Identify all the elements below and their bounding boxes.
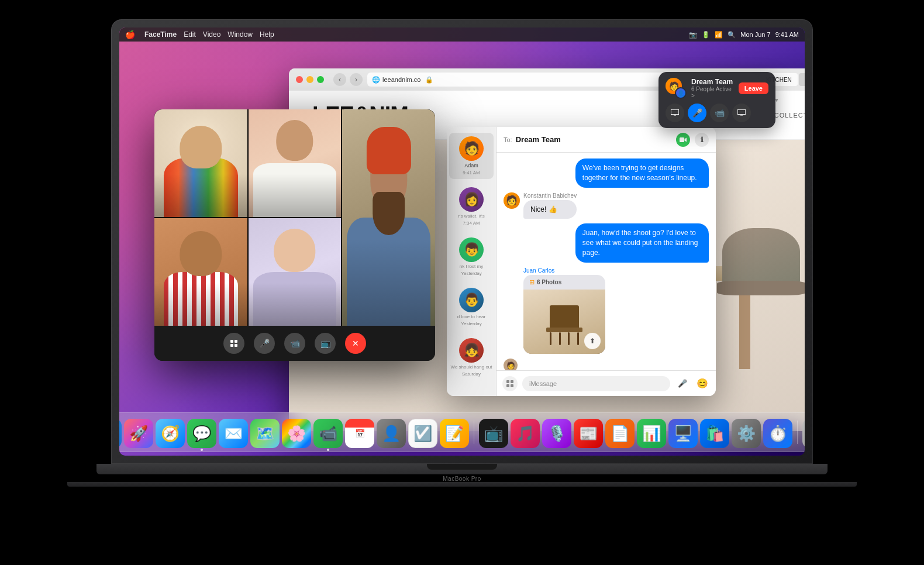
audio-button[interactable]: 🎤 <box>675 376 690 391</box>
dock-app-keynote[interactable]: 🖥️ <box>668 419 698 448</box>
maximize-button[interactable] <box>317 76 324 83</box>
menu-edit[interactable]: Edit <box>184 30 196 39</box>
menu-help[interactable]: Help <box>260 30 274 39</box>
screen-bezel: 🍎 FaceTime Edit Video Window Help 📷 🔋 📶 … <box>119 27 805 456</box>
dock-app-notes[interactable]: 📝 <box>440 419 469 448</box>
maps-icon: 🗺️ <box>256 425 274 443</box>
contact-5[interactable]: 👧 We should hang out Saturday <box>449 335 494 380</box>
dock-app-messages[interactable]: 💬 <box>187 419 216 448</box>
svg-rect-7 <box>506 384 509 387</box>
dock-app-contacts[interactable]: 👤 <box>377 419 406 448</box>
close-button[interactable] <box>296 76 303 83</box>
popup-title-area: Dream Team 6 People Active > <box>691 78 734 99</box>
contact-adam[interactable]: 🧑 Adam 9:41 AM <box>449 133 494 179</box>
grid-view-button[interactable] <box>223 333 244 354</box>
attach-button[interactable] <box>502 376 518 391</box>
dock-app-appstore[interactable]: 🛍️ <box>700 419 729 448</box>
contacts-icon: 👤 <box>382 425 401 443</box>
dock-app-launchpad[interactable]: 🚀 <box>124 419 153 448</box>
video-call-button[interactable] <box>676 133 690 147</box>
appletv-icon: 📺 <box>484 425 503 443</box>
leave-button[interactable]: Leave <box>739 82 768 94</box>
contact-4[interactable]: 👨 d love to hear Yesterday <box>449 284 494 330</box>
dock-app-reminders[interactable]: ☑️ <box>408 419 437 448</box>
svg-rect-8 <box>511 384 513 387</box>
messages-body: We've been trying to get designs togethe… <box>497 153 716 370</box>
messages-main: To: Dream Team ℹ <box>497 127 716 396</box>
menu-camera-icon: 📷 <box>689 31 697 39</box>
browser-tab-monocle[interactable]: Monocle... <box>799 73 805 86</box>
menu-bar-left: 🍎 FaceTime Edit Video Window Help <box>125 30 274 39</box>
active-people-link[interactable]: 6 People Active > <box>691 86 734 99</box>
message-input[interactable]: iMessage <box>522 376 670 391</box>
emoji-button[interactable]: 😊 <box>695 376 710 391</box>
dock-separator-2 <box>797 421 798 444</box>
facetime-participant-5 <box>249 218 342 326</box>
back-button[interactable]: ‹ <box>333 73 346 86</box>
dock-app-appletv[interactable]: 📺 <box>479 419 508 448</box>
dock-app-preferences[interactable]: ⚙️ <box>732 419 761 448</box>
chair-leg-2 <box>559 332 561 345</box>
reminders-icon: ☑️ <box>413 425 432 443</box>
chair-illustration <box>546 305 582 345</box>
messages-window: 🧑 Adam 9:41 AM 👩 r's wallet. It's 7:34 A… <box>447 127 716 396</box>
dock-app-photos[interactable]: 🌸 <box>282 419 311 448</box>
menu-time: 9:41 AM <box>775 31 799 38</box>
svg-rect-3 <box>235 344 237 347</box>
popup-mic-button[interactable]: 🎤 <box>688 104 706 122</box>
dock-app-screentime[interactable]: ⏱️ <box>763 419 792 448</box>
dock-app-maps[interactable]: 🗺️ <box>250 419 280 448</box>
dock-app-calendar[interactable]: 📅 <box>345 419 374 448</box>
macbook-lid: 🍎 FaceTime Edit Video Window Help 📷 🔋 📶 … <box>111 19 813 464</box>
facetime-icon: 📹 <box>319 425 337 443</box>
info-button[interactable]: ℹ <box>695 133 709 147</box>
photo-header: ⊞ 6 Photos <box>523 275 605 290</box>
svg-rect-1 <box>235 340 237 343</box>
dock-app-facetime[interactable]: 📹 <box>313 419 343 448</box>
contact-3[interactable]: 👦 nk I lost my Yesterday <box>449 234 494 280</box>
popup-secondary-avatar: 👤 <box>675 87 687 99</box>
camera-button[interactable]: 📹 <box>284 333 305 354</box>
contact-time-5: Saturday <box>462 371 481 377</box>
dock-app-finder[interactable]: 🔍 <box>119 419 122 448</box>
messages-icon: 💬 <box>192 425 211 443</box>
dock-app-podcasts[interactable]: 🎙️ <box>542 419 571 448</box>
numbers-icon: 📊 <box>642 425 661 443</box>
photos-icon: 🌸 <box>287 425 306 443</box>
appstore-icon: 🛍️ <box>705 425 724 443</box>
contact-2[interactable]: 👩 r's wallet. It's 7:34 AM <box>449 184 494 229</box>
microphone-button[interactable]: 🎤 <box>254 333 275 354</box>
dock-app-music[interactable]: 🎵 <box>511 419 540 448</box>
popup-sharescreen-button[interactable] <box>732 104 751 122</box>
dock-app-numbers[interactable]: 📊 <box>637 419 666 448</box>
menu-video[interactable]: Video <box>203 30 220 39</box>
macbook-base <box>96 464 828 474</box>
news-icon: 📰 <box>579 425 598 443</box>
end-call-button[interactable]: ✕ <box>345 333 366 354</box>
dock-app-mail[interactable]: ✉️ <box>219 419 248 448</box>
forward-button[interactable]: › <box>350 73 363 86</box>
minimize-button[interactable] <box>306 76 313 83</box>
menu-facetime[interactable]: FaceTime <box>144 30 177 39</box>
dock-app-pages[interactable]: 📄 <box>605 419 635 448</box>
dock-app-news[interactable]: 📰 <box>574 419 603 448</box>
msg-header-actions: ℹ <box>676 133 709 147</box>
dock-app-safari[interactable]: 🧭 <box>156 419 185 448</box>
apple-logo-icon[interactable]: 🍎 <box>125 30 135 39</box>
chair-back-art <box>550 305 579 328</box>
contact-time-adam: 9:41 AM <box>463 170 480 175</box>
dock-app-trash[interactable]: 🗑️ <box>802 419 805 448</box>
menu-search-icon[interactable]: 🔍 <box>728 31 736 39</box>
launchpad-icon: 🚀 <box>129 425 148 443</box>
menu-window[interactable]: Window <box>227 30 253 39</box>
screen-share-button[interactable]: 📺 <box>315 333 336 354</box>
popup-video-button[interactable]: 📹 <box>710 104 729 122</box>
nav-collection[interactable]: COLLECTION <box>774 112 805 119</box>
mail-icon: ✉️ <box>224 425 243 443</box>
popup-group-name: Dream Team <box>691 78 734 86</box>
contact-preview-3: nk I lost my <box>450 264 492 269</box>
lock-icon: 🔒 <box>425 76 433 84</box>
video-icon <box>680 137 687 143</box>
share-photo-button[interactable]: ⬆ <box>584 333 601 349</box>
svg-rect-0 <box>230 340 233 343</box>
